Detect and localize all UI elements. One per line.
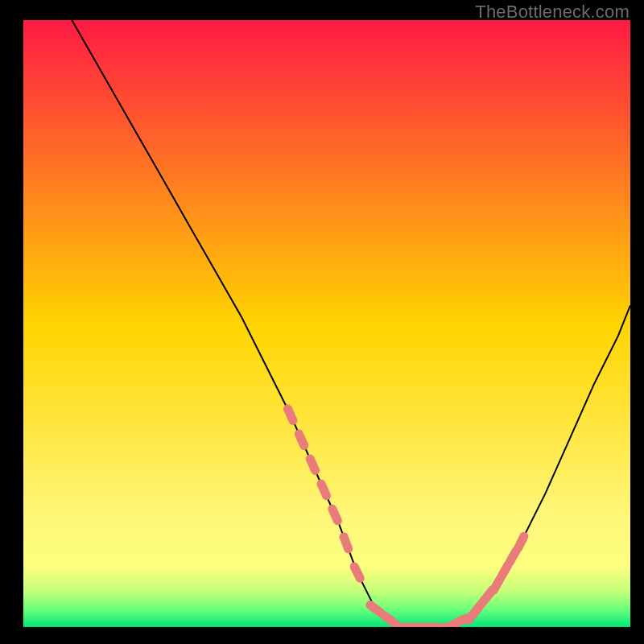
chart-background-gradient <box>23 20 630 627</box>
chart-plot-area <box>23 20 630 627</box>
marker-pill <box>288 409 294 421</box>
marker-pill <box>299 434 304 446</box>
marker-pill <box>354 567 360 578</box>
marker-pill <box>332 509 338 521</box>
marker-pill <box>440 625 453 627</box>
marker-pill <box>493 579 500 590</box>
marker-pill <box>370 605 381 613</box>
marker-pill <box>510 551 516 562</box>
marker-pill <box>518 536 524 547</box>
marker-pill <box>344 537 349 549</box>
marker-pill <box>310 459 316 471</box>
marker-pill <box>385 616 395 624</box>
marker-pill <box>321 484 327 496</box>
chart-svg <box>23 20 630 627</box>
marker-pill <box>502 565 508 576</box>
